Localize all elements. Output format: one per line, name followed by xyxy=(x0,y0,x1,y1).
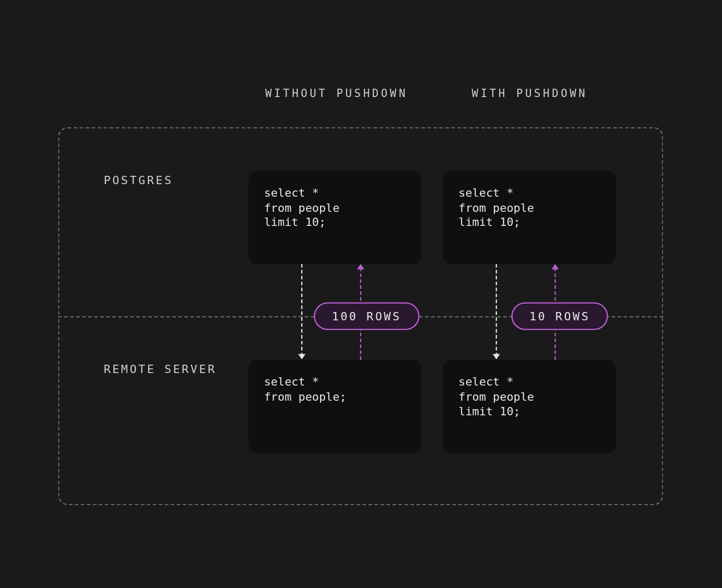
diagram-stage: WITHOUT PUSHDOWN WITH PUSHDOWN POSTGRES … xyxy=(0,0,722,588)
query-card-postgres-with: select * from people limit 10; xyxy=(443,171,616,263)
query-card-remote-with: select * from people limit 10; xyxy=(443,359,616,452)
column-header-without-pushdown: WITHOUT PUSHDOWN xyxy=(265,87,408,99)
zone-label-remote: REMOTE SERVER xyxy=(103,362,216,375)
query-card-remote-without: select * from people; xyxy=(248,359,421,452)
column-header-with-pushdown: WITH PUSHDOWN xyxy=(471,87,587,99)
rows-badge-with: 10 ROWS xyxy=(511,302,608,330)
rows-badge-without: 100 ROWS xyxy=(314,302,419,330)
arrowhead-up-icon xyxy=(357,263,364,269)
arrowhead-down-icon xyxy=(298,354,305,359)
arrowhead-down-icon xyxy=(492,354,500,359)
arrow-down-without xyxy=(301,263,302,356)
arrow-down-with xyxy=(495,263,496,356)
arrowhead-up-icon xyxy=(551,263,559,269)
zone-label-postgres: POSTGRES xyxy=(103,173,173,186)
query-card-postgres-without: select * from people limit 10; xyxy=(248,171,421,263)
